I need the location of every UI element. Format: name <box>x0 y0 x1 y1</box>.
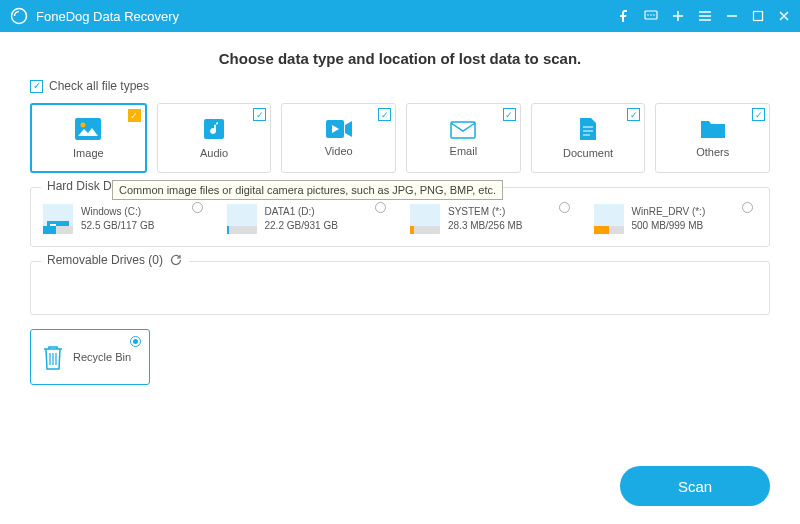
filetype-others[interactable]: Others <box>655 103 770 173</box>
filetype-label: Image <box>73 147 104 159</box>
main-content: Choose data type and location of lost da… <box>0 32 800 385</box>
radio-icon <box>192 202 203 213</box>
checkbox-icon <box>30 80 43 93</box>
refresh-icon[interactable] <box>169 253 183 267</box>
drive-size: 22.2 GB/931 GB <box>265 219 338 233</box>
drive-size: 52.5 GB/117 GB <box>81 219 154 233</box>
filetype-video[interactable]: Video <box>281 103 396 173</box>
image-tooltip: Common image files or digital camera pic… <box>112 180 503 200</box>
removable-section: Removable Drives (0) <box>30 261 770 315</box>
drive-info: WinRE_DRV (*:)500 MB/999 MB <box>632 205 706 233</box>
filetype-document[interactable]: Document <box>531 103 646 173</box>
radio-selected-icon <box>130 336 141 347</box>
drive-info: SYSTEM (*:)28.3 MB/256 MB <box>448 205 522 233</box>
drive-item[interactable]: DATA1 (D:)22.2 GB/931 GB <box>227 204 391 234</box>
page-title: Choose data type and location of lost da… <box>30 50 770 67</box>
close-icon[interactable] <box>778 10 790 22</box>
audio-icon <box>202 117 226 141</box>
drive-item[interactable]: SYSTEM (*:)28.3 MB/256 MB <box>410 204 574 234</box>
filetype-email[interactable]: Email <box>406 103 521 173</box>
radio-icon <box>742 202 753 213</box>
feedback-icon[interactable] <box>644 9 658 23</box>
svg-point-4 <box>653 14 655 16</box>
checkbox-icon <box>627 108 640 121</box>
recycle-bin-card[interactable]: Recycle Bin <box>30 329 150 385</box>
image-icon <box>74 117 102 141</box>
drive-icon <box>410 204 440 234</box>
svg-point-3 <box>650 14 652 16</box>
svg-rect-5 <box>754 12 763 21</box>
filetype-audio[interactable]: Audio <box>157 103 272 173</box>
drive-size: 28.3 MB/256 MB <box>448 219 522 233</box>
check-all-filetypes[interactable]: Check all file types <box>30 79 770 93</box>
app-title: FoneDog Data Recovery <box>36 9 618 24</box>
folder-icon <box>700 118 726 140</box>
checkbox-icon <box>752 108 765 121</box>
app-logo <box>10 7 28 25</box>
titlebar: FoneDog Data Recovery <box>0 0 800 32</box>
trash-icon <box>41 343 65 371</box>
filetype-row: Image Audio Video Email Document Others <box>30 103 770 173</box>
check-all-label: Check all file types <box>49 79 149 93</box>
menu-icon[interactable] <box>698 10 712 22</box>
drive-icon <box>227 204 257 234</box>
scan-button[interactable]: Scan <box>620 466 770 506</box>
checkbox-icon <box>128 109 141 122</box>
drive-size: 500 MB/999 MB <box>632 219 706 233</box>
filetype-image[interactable]: Image <box>30 103 147 173</box>
drive-name: Windows (C:) <box>81 205 154 219</box>
facebook-icon[interactable] <box>618 10 630 22</box>
checkbox-icon <box>503 108 516 121</box>
checkbox-icon <box>378 108 391 121</box>
drive-info: Windows (C:)52.5 GB/117 GB <box>81 205 154 233</box>
filetype-label: Email <box>450 145 478 157</box>
filetype-label: Audio <box>200 147 228 159</box>
drive-info: DATA1 (D:)22.2 GB/931 GB <box>265 205 338 233</box>
recycle-label: Recycle Bin <box>73 351 131 363</box>
drive-item[interactable]: Windows (C:)52.5 GB/117 GB <box>43 204 207 234</box>
drive-item[interactable]: WinRE_DRV (*:)500 MB/999 MB <box>594 204 758 234</box>
document-icon <box>578 117 598 141</box>
filetype-label: Others <box>696 146 729 158</box>
plus-icon[interactable] <box>672 10 684 22</box>
svg-point-2 <box>647 14 649 16</box>
minimize-icon[interactable] <box>726 10 738 22</box>
email-icon <box>450 119 476 139</box>
checkbox-icon <box>253 108 266 121</box>
svg-rect-10 <box>451 122 475 138</box>
drive-icon <box>594 204 624 234</box>
drive-name: WinRE_DRV (*:) <box>632 205 706 219</box>
svg-point-7 <box>81 123 86 128</box>
radio-icon <box>375 202 386 213</box>
video-icon <box>325 119 353 139</box>
drive-name: DATA1 (D:) <box>265 205 338 219</box>
maximize-icon[interactable] <box>752 10 764 22</box>
svg-rect-6 <box>75 118 101 140</box>
drive-name: SYSTEM (*:) <box>448 205 522 219</box>
removable-title: Removable Drives (0) <box>47 253 163 267</box>
window-controls <box>618 9 790 23</box>
filetype-label: Document <box>563 147 613 159</box>
filetype-label: Video <box>325 145 353 157</box>
radio-icon <box>559 202 570 213</box>
drive-icon <box>43 204 73 234</box>
